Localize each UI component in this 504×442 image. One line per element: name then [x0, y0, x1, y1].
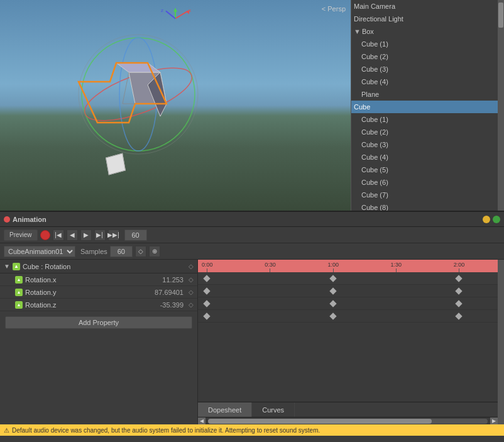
keyframe-diamond[interactable]	[455, 275, 462, 282]
hierarchy-item-cube-c1[interactable]: Cube (1)	[351, 113, 498, 126]
keyframe-diamond[interactable]	[329, 287, 336, 294]
animation-content: ▼ ▲ Cube : Rotation ◇ ▲ Rotation.x 11.25…	[0, 260, 504, 424]
top-area: x z < Persp	[0, 0, 504, 211]
keyframe-diamond[interactable]	[329, 300, 336, 307]
hierarchy-item-cube-2[interactable]: Cube (2)	[351, 50, 498, 63]
keyframe-diamond[interactable]	[204, 287, 211, 294]
hierarchy-item-cube-c5[interactable]: Cube (5)	[351, 163, 498, 176]
samples-label: Samples	[80, 248, 107, 255]
keyframe-diamond[interactable]	[204, 275, 211, 282]
prop-name-2: Rotation.z	[25, 301, 146, 309]
clip-selector[interactable]: CubeAnimation01	[4, 246, 75, 257]
property-rows-container: ▲ Rotation.x 11.253 ◇ ▲ Rotation.y 87.69…	[0, 273, 197, 311]
animation-toolbar: Preview |◀ ◀ ▶ ▶| ▶▶|	[0, 227, 504, 243]
samples-input[interactable]	[110, 246, 133, 257]
prop-diamond-0: ◇	[189, 276, 194, 283]
scrollbar-thumb	[208, 419, 432, 424]
maximize-button[interactable]	[493, 216, 500, 223]
keyframe-diamond[interactable]	[204, 300, 211, 307]
hierarchy-item-cube[interactable]: Cube	[351, 101, 498, 113]
hierarchy-item-directional-light[interactable]: Directional Light	[351, 13, 498, 25]
keyframe-rows	[198, 272, 498, 402]
preview-button[interactable]: Preview	[4, 229, 38, 241]
minimize-button[interactable]	[483, 216, 490, 223]
hierarchy-item-cube-c3[interactable]: Cube (3)	[351, 138, 498, 151]
status-message: Default audio device was changed, but th…	[12, 427, 320, 434]
prev-frame-button[interactable]: ◀	[67, 229, 78, 241]
hierarchy-item-cube-c7[interactable]: Cube (7)	[351, 189, 498, 201]
timeline-scrollbar[interactable]: ◀ ▶	[198, 417, 498, 424]
svg-marker-5	[173, 8, 177, 12]
animation-panel: Animation Preview |◀ ◀ ▶ ▶| ▶▶| CubeAnim…	[0, 211, 504, 424]
svg-text:z: z	[161, 8, 163, 13]
go-end-button[interactable]: ▶▶|	[108, 229, 119, 241]
timeline-ruler[interactable]: 0:000:301:001:302:00	[198, 260, 498, 272]
hierarchy-item-main-camera[interactable]: Main Camera	[351, 0, 498, 13]
prop-diamond-1: ◇	[189, 289, 194, 296]
tab-curves[interactable]: Curves	[252, 402, 295, 417]
scroll-left-arrow[interactable]: ◀	[198, 417, 205, 425]
svg-marker-12	[116, 63, 160, 72]
ruler-tick-1:00: 1:00	[333, 260, 334, 272]
record-button[interactable]	[40, 230, 50, 240]
hierarchy-panel[interactable]: Main CameraDirectional Light▼BoxCube (1)…	[351, 0, 498, 211]
prop-diamond-2: ◇	[189, 301, 194, 308]
property-row-2[interactable]: ▲ Rotation.z -35.399 ◇	[0, 299, 197, 311]
svg-line-3	[166, 11, 175, 19]
hierarchy-item-cube-1[interactable]: Cube (1)	[351, 38, 498, 50]
tab-dopesheet[interactable]: Dopesheet	[198, 402, 252, 417]
hierarchy-item-cube-4[interactable]: Cube (4)	[351, 75, 498, 88]
ruler-tick-0:00: 0:00	[207, 260, 207, 272]
ruler-tick-0:30: 0:30	[270, 260, 270, 272]
next-frame-button[interactable]: ▶|	[94, 229, 106, 241]
keyframe-diamond[interactable]	[204, 312, 211, 319]
play-button[interactable]: ▶	[80, 229, 92, 241]
animation-header: Animation	[0, 212, 504, 227]
frame-input[interactable]	[124, 229, 147, 241]
keyframe-diamond[interactable]	[455, 300, 462, 307]
viewport: x z < Persp	[0, 0, 351, 211]
keyframe-diamond[interactable]	[329, 312, 336, 319]
prop-icon-0: ▲	[15, 276, 23, 284]
animation-toolbar-2: CubeAnimation01 Samples ◇ ⊕	[0, 243, 504, 260]
add-property-button[interactable]: Add Property	[5, 316, 192, 329]
animation-vscrollbar[interactable]	[498, 260, 504, 424]
keyframe-diamond[interactable]	[329, 275, 336, 282]
hierarchy-item-box[interactable]: ▼Box	[351, 25, 498, 38]
hierarchy-item-cube-c4[interactable]: Cube (4)	[351, 151, 498, 163]
property-row-0[interactable]: ▲ Rotation.x 11.253 ◇	[0, 273, 197, 286]
add-keyframe-button[interactable]: ◇	[135, 246, 146, 257]
window-controls	[483, 216, 500, 223]
go-start-button[interactable]: |◀	[53, 229, 64, 241]
prop-icon-2: ▲	[15, 301, 23, 309]
keyframe-row-3	[198, 310, 498, 323]
animation-dot	[4, 216, 10, 223]
hierarchy-item-cube-c2[interactable]: Cube (2)	[351, 126, 498, 138]
keyframe-diamond[interactable]	[455, 287, 462, 294]
hierarchy-item-cube-c6[interactable]: Cube (6)	[351, 176, 498, 189]
ruler-tick-1:30: 1:30	[396, 260, 397, 272]
animation-title: Animation	[13, 216, 47, 223]
main-container: x z < Persp	[0, 0, 504, 442]
keyframe-diamond[interactable]	[455, 312, 462, 319]
prop-icon-1: ▲	[15, 289, 23, 296]
viewport-perspective-label: < Persp	[322, 5, 346, 13]
hierarchy-item-cube-3[interactable]: Cube (3)	[351, 63, 498, 75]
group-name: Cube : Rotation	[23, 263, 70, 270]
remove-keyframe-button[interactable]: ⊕	[149, 246, 160, 257]
scroll-right-arrow[interactable]: ▶	[490, 417, 498, 425]
prop-value-0: 11.253	[146, 276, 184, 284]
prop-name-1: Rotation.y	[25, 289, 146, 296]
hierarchy-item-cube-c8[interactable]: Cube (8)	[351, 201, 498, 211]
hierarchy-item-plane[interactable]: Plane	[351, 88, 498, 101]
keyframe-row-2	[198, 297, 498, 310]
prop-name-0: Rotation.x	[25, 276, 146, 284]
property-group-header[interactable]: ▼ ▲ Cube : Rotation ◇	[0, 260, 197, 273]
hierarchy-scrollbar[interactable]	[498, 0, 504, 211]
keyframe-row-0	[198, 272, 498, 285]
property-row-1[interactable]: ▲ Rotation.y 87.69401 ◇	[0, 286, 197, 299]
scrollbar-track[interactable]	[208, 419, 488, 424]
prop-value-2: -35.399	[146, 301, 184, 309]
property-list: ▼ ▲ Cube : Rotation ◇ ▲ Rotation.x 11.25…	[0, 260, 198, 424]
group-arrow-icon: ▼	[4, 263, 10, 270]
